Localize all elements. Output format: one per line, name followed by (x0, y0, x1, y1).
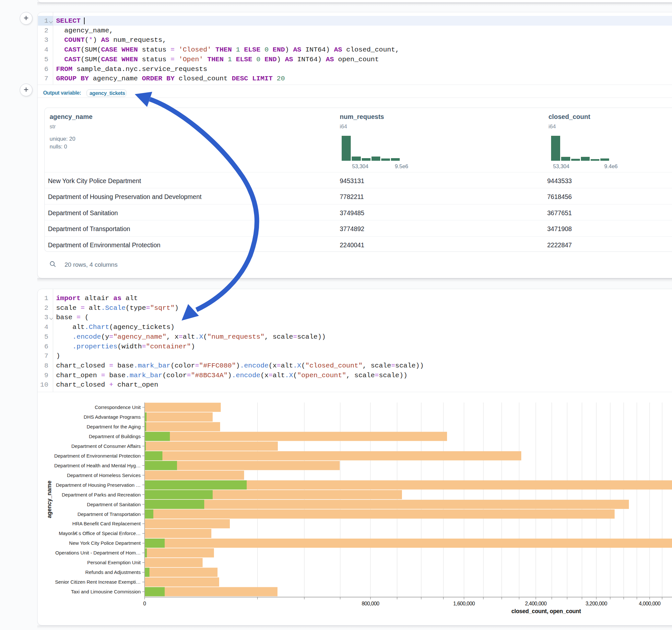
svg-text:closed_count, open_count: closed_count, open_count (511, 608, 581, 614)
svg-text:Department of Parks and Recrea: Department of Parks and Recreation (62, 492, 141, 498)
svg-text:DHS Advantage Programs: DHS Advantage Programs (83, 414, 141, 420)
svg-text:New York City Police Departmen: New York City Police Department (69, 540, 141, 546)
svg-text:Department of Homeless Service: Department of Homeless Services (67, 472, 141, 478)
svg-text:Department of Consumer Affairs: Department of Consumer Affairs (71, 443, 141, 449)
svg-text:Department of Sanitation: Department of Sanitation (87, 502, 141, 507)
svg-text:3,200,000: 3,200,000 (585, 601, 607, 606)
svg-text:Operations Unit - Department o: Operations Unit - Department of Hom… (55, 550, 141, 555)
svg-text:Department of Transportation: Department of Transportation (77, 511, 141, 517)
svg-text:0: 0 (143, 601, 146, 606)
svg-text:2,400,000: 2,400,000 (525, 601, 547, 606)
svg-text:Department for the Aging: Department for the Aging (87, 424, 141, 429)
svg-text:Refunds and Adjustments: Refunds and Adjustments (85, 570, 141, 575)
svg-text:Correspondence Unit: Correspondence Unit (95, 405, 141, 410)
svg-text:Department of Housing Preserva: Department of Housing Preservation … (56, 482, 141, 488)
svg-text:Department of Health and Menta: Department of Health and Mental Hyg… (54, 463, 141, 468)
svg-text:800,000: 800,000 (362, 601, 380, 606)
svg-text:Department of Buildings: Department of Buildings (89, 434, 141, 439)
svg-text:HRA Benefit Card Replacement: HRA Benefit Card Replacement (72, 521, 141, 526)
svg-text:Taxi and Limousine Commission: Taxi and Limousine Commission (71, 589, 141, 595)
svg-text:Mayorâ€ s Office of Special En: Mayorâ€ s Office of Special Enforce… (59, 531, 141, 536)
svg-text:Department of Environmental Pr: Department of Environmental Protection (54, 453, 141, 459)
svg-text:Personal Exemption Unit: Personal Exemption Unit (87, 560, 141, 565)
svg-text:agency_name: agency_name (46, 481, 52, 518)
svg-text:1,600,000: 1,600,000 (453, 601, 475, 606)
svg-text:Senior Citizen Rent Increase E: Senior Citizen Rent Increase Exempti… (55, 579, 141, 585)
svg-text:4,000,000: 4,000,000 (639, 601, 661, 606)
